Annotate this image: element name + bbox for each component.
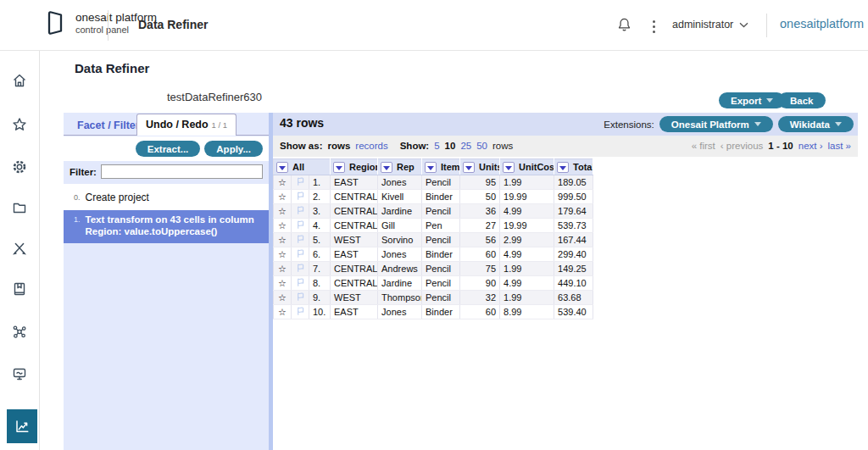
column-menu-dropdown-icon[interactable] <box>463 162 475 173</box>
column-menu-dropdown-icon[interactable] <box>381 162 392 173</box>
cell-total: 167.44 <box>554 233 593 247</box>
cell-rep: Jones <box>378 305 422 319</box>
column-menu-dropdown-icon[interactable] <box>425 162 437 173</box>
cell-rep: Kivell <box>378 190 422 204</box>
column-label: Units <box>479 162 500 172</box>
extension-wikidata-button[interactable]: Wikidata <box>778 116 854 132</box>
cell-units: 50 <box>460 190 500 204</box>
sidebar-item-repository[interactable] <box>0 272 39 306</box>
sidebar-item-analytics-active[interactable] <box>7 409 37 443</box>
bookmark-book-icon <box>11 281 28 297</box>
star-icon[interactable]: ☆ <box>274 190 292 204</box>
show-label: Show: <box>400 141 430 151</box>
sidebar <box>0 51 40 450</box>
column-label: Item <box>441 162 460 172</box>
sidebar-item-favorites[interactable] <box>0 108 39 142</box>
history-item-create-project[interactable]: 0. Create project <box>64 188 269 208</box>
history-list: 0. Create project 1. Text transform on 4… <box>64 184 269 450</box>
sidebar-item-home[interactable] <box>0 64 39 97</box>
sidebar-item-projects[interactable] <box>0 191 39 225</box>
row-count: 43 rows <box>280 116 324 130</box>
star-icon[interactable]: ☆ <box>274 276 292 291</box>
cell-region: EAST <box>331 175 378 190</box>
tab-undo-redo-label: Undo / Redo <box>146 119 209 131</box>
user-menu[interactable]: administrator <box>672 19 748 31</box>
tab-facet-filter[interactable]: Facet / Filter <box>70 117 147 134</box>
flag-icon[interactable] <box>292 233 309 247</box>
extension-onesait-platform-button[interactable]: Onesait Platform <box>659 116 773 132</box>
tab-undo-redo[interactable]: Undo / Redo1 / 1 <box>136 114 236 136</box>
more-options-kebab-icon[interactable] <box>651 19 657 35</box>
star-icon[interactable]: ☆ <box>274 262 292 276</box>
flag-icon[interactable] <box>292 247 309 262</box>
column-menu-dropdown-icon[interactable] <box>333 162 345 173</box>
star-icon[interactable]: ☆ <box>274 305 292 319</box>
history-filter-row: Filter: <box>64 161 269 182</box>
column-menu-dropdown-icon[interactable] <box>276 162 288 173</box>
extract-button[interactable]: Extract... <box>136 141 201 157</box>
row-number: 2. <box>309 190 331 204</box>
pagination-last[interactable]: last » <box>828 141 852 151</box>
cell-total: 539.73 <box>554 219 593 233</box>
page-size-25[interactable]: 25 <box>460 141 471 151</box>
cell-units: 90 <box>460 276 500 291</box>
star-icon[interactable]: ☆ <box>274 247 292 262</box>
history-item-text-transform-selected[interactable]: 1. Text transform on 43 cells in column … <box>64 210 269 243</box>
table-row: ☆ 4. CENTRAL Gill Pen 27 19.99 539.73 <box>274 219 593 233</box>
pagination-next[interactable]: next › <box>798 141 823 151</box>
flag-icon[interactable] <box>292 204 309 219</box>
table-header-row: All Region Rep Item Units UnitCost Total <box>274 159 593 175</box>
extension-button-label: Onesait Platform <box>671 119 749 130</box>
page-title: Data Refiner <box>75 61 149 75</box>
cell-region: CENTRAL <box>331 219 378 233</box>
notifications-bell-icon[interactable] <box>617 17 632 36</box>
page-size-10-active[interactable]: 10 <box>445 141 456 151</box>
sidebar-item-flows[interactable] <box>0 314 39 348</box>
column-header-all: All <box>274 159 331 175</box>
flag-icon[interactable] <box>292 262 309 276</box>
sidebar-item-tools[interactable] <box>0 231 39 265</box>
flag-icon[interactable] <box>292 190 309 204</box>
star-icon[interactable]: ☆ <box>274 233 292 247</box>
filter-input[interactable] <box>101 164 263 179</box>
show-as-records-option[interactable]: records <box>355 141 387 151</box>
cell-units: 32 <box>460 291 500 305</box>
cell-item: Pencil <box>422 175 460 190</box>
left-panel-tabs: Facet / Filter Undo / Redo1 / 1 <box>64 113 269 136</box>
cell-unitcost: 19.99 <box>500 219 554 233</box>
cell-rep: Jones <box>378 247 422 262</box>
export-button[interactable]: Export <box>719 92 785 108</box>
flag-icon[interactable] <box>292 305 309 319</box>
column-label: Region <box>349 162 378 172</box>
column-menu-dropdown-icon[interactable] <box>503 162 515 173</box>
flag-icon[interactable] <box>292 219 309 233</box>
column-menu-dropdown-icon[interactable] <box>557 162 569 173</box>
brand-link[interactable]: onesaitplatform <box>780 17 864 31</box>
page-size-50[interactable]: 50 <box>476 141 487 151</box>
cell-total: 189.05 <box>554 175 593 190</box>
show-as-rows-option[interactable]: rows <box>327 141 350 151</box>
flag-icon[interactable] <box>292 276 309 291</box>
flag-icon[interactable] <box>292 175 309 190</box>
star-icon[interactable]: ☆ <box>274 291 292 305</box>
cell-item: Binder <box>422 305 460 319</box>
history-item-index: 1. <box>74 214 81 237</box>
cell-units: 75 <box>460 262 500 276</box>
star-icon[interactable]: ☆ <box>274 175 292 190</box>
sidebar-item-settings[interactable] <box>0 150 39 184</box>
page-size-5[interactable]: 5 <box>434 141 439 151</box>
back-button[interactable]: Back <box>778 92 826 108</box>
star-icon[interactable]: ☆ <box>274 204 292 219</box>
column-header-rep: Rep <box>378 159 422 175</box>
cell-total: 179.64 <box>554 204 593 219</box>
table-row: ☆ 6. EAST Jones Binder 60 4.99 299.40 <box>274 247 593 262</box>
cell-unitcost: 2.99 <box>500 233 554 247</box>
cell-rep: Sorvino <box>378 233 422 247</box>
sidebar-item-dashboards[interactable] <box>0 357 39 391</box>
apply-button[interactable]: Apply... <box>204 141 263 157</box>
table-row: ☆ 3. CENTRAL Jardine Pencil 36 4.99 179.… <box>274 204 593 219</box>
cell-units: 60 <box>460 305 500 319</box>
flag-icon[interactable] <box>292 291 309 305</box>
star-icon[interactable]: ☆ <box>274 219 292 233</box>
cell-region: EAST <box>331 305 378 319</box>
